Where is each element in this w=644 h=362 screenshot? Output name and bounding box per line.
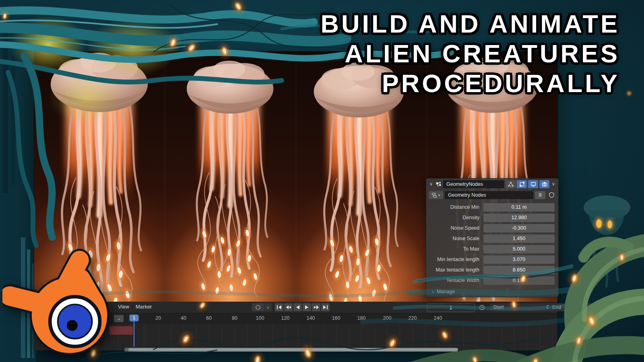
ruler-tick: 60: [206, 315, 212, 321]
ruler-tick: 220: [409, 315, 417, 321]
input-row: Tentacle Width0.170: [426, 275, 558, 286]
timeline-menu-marker[interactable]: Marker: [136, 304, 152, 310]
expand-chevron-icon[interactable]: ∨: [428, 181, 434, 187]
node-tree-icon: [431, 192, 437, 198]
fake-user-toggle[interactable]: [547, 192, 556, 198]
input-row: Min tentacle length3.070: [426, 254, 558, 265]
on-cage-toggle[interactable]: [517, 180, 527, 188]
input-row: Distance Min0.11 m: [426, 202, 558, 212]
chevron-right-icon: ›: [432, 288, 434, 295]
clock-icon: [479, 304, 485, 311]
camera-icon: [542, 181, 547, 187]
node-group-user-count[interactable]: 8: [535, 191, 545, 199]
modifier-name-field[interactable]: GeometryNodes: [443, 180, 504, 188]
modifier-header: ∨ GeometryNodes: [426, 179, 558, 189]
input-label: Distance Min: [426, 204, 483, 210]
edit-mode-triangle-icon: [508, 181, 514, 187]
input-label: To Max: [426, 246, 483, 252]
ruler-tick: 200: [383, 315, 392, 321]
title-line-2: ALIEN CREATURES: [320, 39, 620, 68]
manage-section-toggle[interactable]: › Manage: [426, 286, 558, 297]
monitor-icon: [530, 181, 536, 187]
next-keyframe-button[interactable]: [312, 303, 320, 311]
current-frame-field[interactable]: 1: [427, 303, 475, 312]
ruler-tick: 80: [232, 315, 237, 321]
input-row: Density12.980: [426, 212, 558, 223]
record-circle-icon: [255, 304, 261, 310]
playback-controls: [275, 303, 330, 311]
play-button[interactable]: [303, 303, 311, 311]
node-group-name-field[interactable]: Geometry Nodes: [445, 191, 533, 199]
ruler-tick: 180: [357, 315, 366, 321]
title-line-1: BUILD AND ANIMATE: [320, 9, 620, 39]
jellyfish-illustration: [165, 51, 295, 302]
render-display-toggle[interactable]: [539, 180, 549, 188]
ruler-tick: 100: [256, 315, 264, 321]
input-label: Max tentacle length: [426, 267, 483, 273]
jump-end-icon: [322, 305, 328, 310]
previous-keyframe-button[interactable]: [284, 303, 293, 311]
next-keyframe-icon: [313, 305, 320, 310]
frame-end-field[interactable]: End 240: [549, 303, 616, 311]
input-label: Tentacle Width: [426, 278, 483, 283]
input-value-field[interactable]: 5.000: [483, 245, 555, 253]
input-value-field[interactable]: 3.070: [483, 255, 555, 264]
input-label: Noise Scale: [426, 236, 483, 241]
input-value-field[interactable]: 0.170: [483, 276, 555, 285]
thumbnail-title: BUILD AND ANIMATE ALIEN CREATURES PROCED…: [320, 9, 620, 98]
frame-end-label: End: [552, 304, 561, 310]
geometry-nodes-modifier-icon: [435, 181, 442, 187]
ruler-tick: 140: [307, 315, 315, 321]
play-icon: [304, 305, 310, 310]
frame-start-label: Start: [493, 304, 504, 310]
node-group-row: ∨ Geometry Nodes 8: [426, 189, 558, 201]
ruler-tick: 120: [281, 315, 290, 321]
manage-section-label: Manage: [437, 289, 455, 294]
blender-logo-graphic: [2, 245, 127, 362]
title-line-3: PROCEDURALLY: [320, 68, 620, 98]
input-label: Min tentacle length: [426, 257, 483, 262]
keying-set-dropdown[interactable]: ∨: [264, 303, 272, 311]
jump-to-start-button[interactable]: [275, 303, 283, 311]
input-label: Noise Speed: [426, 225, 483, 231]
editmode-display-icon: [519, 181, 525, 187]
jump-start-icon: [276, 305, 282, 310]
frame-start-field[interactable]: Start 0: [489, 303, 553, 311]
play-reverse-button[interactable]: [293, 303, 302, 311]
input-row: Noise Speed-0.300: [426, 223, 558, 233]
display-edit-mode-toggle[interactable]: [506, 180, 516, 188]
chevron-down-icon: ∨: [438, 193, 441, 197]
input-value-field[interactable]: 8.650: [483, 266, 555, 274]
frame-end-value: 240: [604, 304, 613, 310]
modifier-extras-dropdown[interactable]: ∨: [551, 181, 556, 187]
ruler-tick: 40: [181, 315, 186, 321]
jellyfish-render-2: [165, 51, 295, 302]
input-row: Noise Scale1.450: [426, 233, 558, 244]
auto-keyframe-record-button[interactable]: [252, 303, 264, 311]
blender-logo: [2, 245, 127, 362]
playhead[interactable]: [134, 320, 134, 347]
input-value-field[interactable]: 0.11 m: [483, 203, 555, 212]
shield-icon: [549, 192, 555, 198]
input-value-field[interactable]: 1.450: [483, 234, 555, 243]
ruler-tick: 160: [332, 315, 341, 321]
use-preview-range-button[interactable]: [477, 303, 487, 311]
input-row: Max tentacle length8.650: [426, 265, 558, 275]
prev-keyframe-icon: [285, 305, 292, 310]
input-value-field[interactable]: -0.300: [483, 224, 555, 232]
node-group-browse-button[interactable]: ∨: [429, 191, 443, 199]
distant-jellyfish-silhouette: [584, 91, 631, 288]
input-row: To Max5.000: [426, 244, 558, 254]
input-label: Density: [426, 215, 483, 220]
viewport-display-toggle[interactable]: [528, 180, 538, 188]
input-value-field[interactable]: 12.980: [483, 214, 555, 222]
play-reverse-icon: [295, 305, 300, 310]
modifier-inputs: Distance Min0.11 m Density12.980 Noise S…: [426, 201, 558, 286]
chevron-down-icon: ∨: [266, 305, 269, 310]
timeline-horizontal-scrollbar[interactable]: [125, 348, 458, 352]
jump-to-end-button[interactable]: [321, 303, 330, 311]
geometry-nodes-modifier-panel: ∨ GeometryNodes: [426, 178, 559, 297]
ruler-tick: 20: [155, 315, 161, 321]
ruler-tick: 240: [434, 315, 442, 321]
